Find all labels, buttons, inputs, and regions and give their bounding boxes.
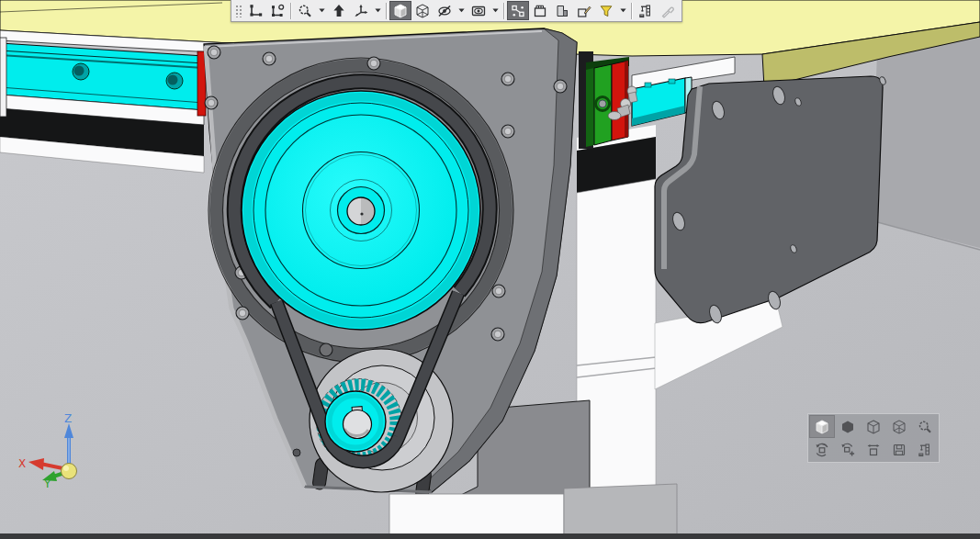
cube-wireframe-icon [415,4,430,18]
triad-axes-icon [354,4,368,18]
cube-wireframe-icon [892,420,907,434]
cube-hlr-icon [866,420,881,434]
display-style-shaded-button[interactable] [389,1,411,20]
view-settings-button[interactable] [467,1,490,20]
vp-box-arrows-button[interactable] [861,438,886,461]
filter-button[interactable] [595,1,617,20]
left-linear-rail[interactable] [0,30,230,173]
cube-shaded-icon [393,4,408,18]
toolbar-drag-handle[interactable] [234,4,242,17]
vp-zoom-button[interactable] [912,415,938,438]
vp-crane-button[interactable] [912,438,938,461]
sketch-corner-badge-icon [270,4,285,18]
hide-show-items-dropdown[interactable] [456,1,467,20]
view-toolbar-panel [807,413,940,463]
chevron-down-icon [374,6,382,15]
solid-faces-icon [555,4,569,18]
view-toolbar-row-1 [809,415,938,438]
hide-show-items-button[interactable] [434,1,456,20]
toolbar-separator [386,3,388,19]
chevron-down-icon [491,6,500,15]
filter-dropdown[interactable] [617,1,629,20]
sketch-tool-button[interactable] [244,1,266,20]
edit-appearance-button[interactable] [573,1,595,20]
cad-viewport[interactable]: Z X Y [0,0,980,539]
vp-new-view-button[interactable] [835,438,861,461]
view-settings-dropdown[interactable] [490,1,501,20]
connection-points-icon [511,4,525,18]
magnifier-icon [918,420,932,434]
eyedropper-icon [660,4,675,18]
arrow-up-icon [332,4,346,18]
vp-shaded-with-edges-button[interactable] [809,415,835,438]
vp-wireframe-button[interactable] [886,415,912,438]
solid-faces-button[interactable] [551,1,573,20]
view-rotate-icon [815,443,829,457]
pallet-box-button[interactable] [529,1,551,20]
chevron-down-icon [318,6,326,15]
toolbar-separator [503,3,505,19]
driven-pulley[interactable] [242,91,480,330]
y-axis-label: Y [43,477,51,490]
funnel-icon [599,4,614,18]
zoom-tool-button[interactable] [294,1,316,20]
floppy-icon [892,443,907,457]
zoom-tool-dropdown[interactable] [316,1,328,20]
triad-origin-ball [62,464,77,479]
eyedropper-button[interactable] [657,1,679,20]
top-toolbar [231,0,682,22]
pulley-hub [338,187,385,234]
magnifier-icon [298,4,312,18]
sketch-corner-icon [248,4,263,18]
vp-shaded-button[interactable] [835,415,861,438]
z-axis-label: Z [64,412,72,425]
cube-shaded-icon [815,420,829,434]
edit-appearance-icon [577,4,591,18]
floor-edge-strip [0,533,980,539]
display-style-wireframe-button[interactable] [411,1,434,20]
eye-slash-icon [437,4,452,18]
crane-tool-button[interactable] [635,1,657,20]
vp-save-view-button[interactable] [886,438,912,461]
back-wall[interactable] [871,37,980,250]
toolbar-separator [290,3,292,19]
toolbar-separator [631,3,633,19]
chevron-down-icon [457,6,466,15]
vp-hidden-lines-removed-button[interactable] [861,415,886,438]
view-toolbar-row-2 [809,438,938,461]
zoom-to-fit-button[interactable] [328,1,350,20]
view-rotate-plus-icon [840,443,855,457]
view-orientation-button[interactable] [350,1,372,20]
vp-rotate-view-button[interactable] [809,438,835,461]
hexagon-solid-icon [840,420,855,434]
pallet-box-icon [533,4,547,18]
camera-eye-icon [471,4,486,18]
crane-icon [918,443,932,457]
crane-icon [638,4,653,18]
box-arrows-icon [866,443,881,457]
sketch-settings-button[interactable] [266,1,288,20]
x-axis-label: X [18,457,26,470]
connection-points-button[interactable] [507,1,529,20]
view-orientation-dropdown[interactable] [372,1,384,20]
chevron-down-icon [619,6,627,15]
